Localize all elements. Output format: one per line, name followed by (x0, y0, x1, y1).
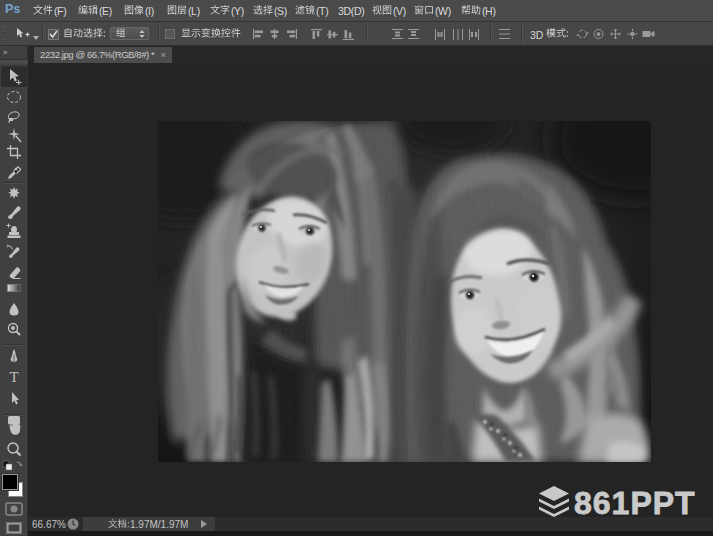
svg-text:861PPT: 861PPT (574, 485, 696, 520)
svg-text:T: T (9, 369, 18, 385)
